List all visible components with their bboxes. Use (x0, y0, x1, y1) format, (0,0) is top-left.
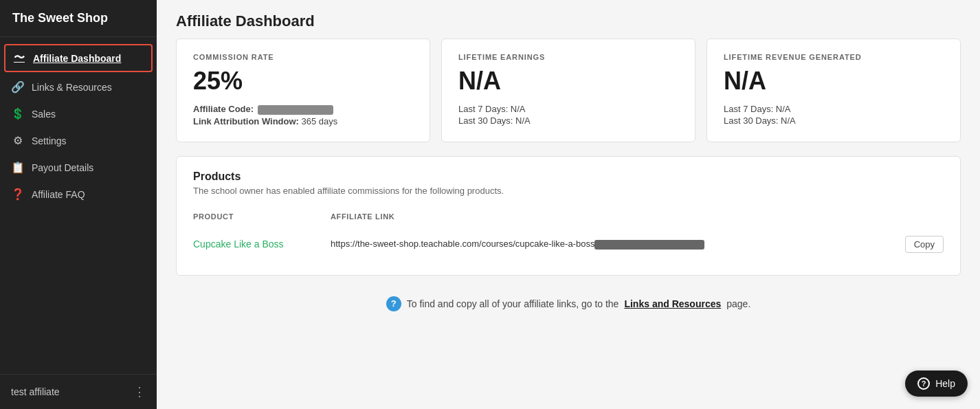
products-title: Products (193, 170, 944, 183)
lifetime-earnings-card: LIFETIME EARNINGS N/A Last 7 Days: N/A L… (441, 38, 695, 142)
affiliate-code-detail: Affiliate Code: (193, 104, 413, 115)
info-bar: ? To find and copy all of your affiliate… (176, 289, 961, 314)
page-header: Affiliate Dashboard (157, 0, 980, 38)
help-icon: ? (917, 377, 930, 390)
table-row: Cupcake Like a Boss https://the-sweet-sh… (193, 228, 944, 261)
lifetime-revenue-card: LIFETIME REVENUE GENERATED N/A Last 7 Da… (706, 38, 961, 142)
user-name: test affiliate (11, 386, 60, 397)
lifetime-earnings-value: N/A (458, 67, 678, 96)
url-redacted (594, 240, 704, 250)
link-attribution-detail: Link Attribution Window: 365 days (193, 116, 413, 126)
link-icon: 🔗 (11, 80, 25, 93)
revenue-last30: Last 30 Days: N/A (724, 115, 944, 126)
payout-icon: 📋 (11, 161, 25, 174)
faq-icon: ❓ (11, 188, 25, 201)
products-table: PRODUCT AFFILIATE LINK Cupcake Like a Bo… (193, 208, 944, 261)
info-text-after: page. (726, 298, 750, 309)
sidebar-item-label: Payout Details (32, 162, 93, 173)
page-title: Affiliate Dashboard (176, 12, 961, 30)
brand-name: The Sweet Shop (0, 0, 157, 37)
user-menu-button[interactable]: ⋮ (133, 384, 146, 399)
products-card: Products The school owner has enabled af… (176, 156, 961, 276)
main-content: Affiliate Dashboard COMMISSION RATE 25% … (157, 0, 980, 409)
sidebar-item-label: Affiliate Dashboard (33, 53, 121, 64)
sidebar-item-payout-details[interactable]: 📋 Payout Details (0, 154, 157, 181)
info-text-before: To find and copy all of your affiliate l… (407, 298, 619, 309)
affiliate-code-key: Affiliate Code: (193, 104, 254, 114)
sidebar-item-label: Links & Resources (32, 82, 112, 93)
links-resources-link[interactable]: Links and Resources (624, 298, 721, 309)
info-icon: ? (386, 296, 401, 311)
gear-icon: ⚙ (11, 134, 25, 147)
commission-rate-card: COMMISSION RATE 25% Affiliate Code: Link… (176, 38, 430, 142)
col-affiliate-link: AFFILIATE LINK (331, 208, 944, 228)
help-label: Help (935, 378, 955, 389)
sidebar-item-affiliate-faq[interactable]: ❓ Affiliate FAQ (0, 181, 157, 208)
products-subtitle: The school owner has enabled affiliate c… (193, 186, 944, 196)
lifetime-revenue-value: N/A (724, 67, 944, 96)
col-product: PRODUCT (193, 208, 331, 228)
dollar-icon: 💲 (11, 107, 25, 120)
sidebar-item-sales[interactable]: 💲 Sales (0, 100, 157, 127)
sidebar-item-links-resources[interactable]: 🔗 Links & Resources (0, 74, 157, 100)
sidebar-item-label: Settings (32, 135, 67, 146)
sidebar-footer: test affiliate ⋮ (0, 374, 157, 409)
trend-icon: 〜 (12, 51, 26, 65)
sidebar-nav: 〜 Affiliate Dashboard 🔗 Links & Resource… (0, 37, 157, 374)
main-body: COMMISSION RATE 25% Affiliate Code: Link… (157, 38, 980, 328)
affiliate-url-text: https://the-sweet-shop.teachable.com/cou… (331, 239, 704, 250)
sidebar-item-settings[interactable]: ⚙ Settings (0, 127, 157, 154)
sidebar: The Sweet Shop 〜 Affiliate Dashboard 🔗 L… (0, 0, 157, 409)
help-button[interactable]: ? Help (905, 371, 968, 397)
sidebar-item-label: Affiliate FAQ (32, 189, 85, 200)
link-attribution-value: 365 days (302, 116, 338, 126)
stats-row: COMMISSION RATE 25% Affiliate Code: Link… (176, 38, 961, 142)
earnings-last30: Last 30 Days: N/A (458, 115, 678, 126)
lifetime-earnings-label: LIFETIME EARNINGS (458, 53, 678, 61)
commission-rate-label: COMMISSION RATE (193, 53, 413, 61)
commission-rate-value: 25% (193, 67, 413, 96)
earnings-last7: Last 7 Days: N/A (458, 104, 678, 114)
link-attribution-key: Link Attribution Window: (193, 116, 299, 126)
affiliate-code-redacted (258, 105, 333, 115)
revenue-last7: Last 7 Days: N/A (724, 104, 944, 114)
lifetime-revenue-label: LIFETIME REVENUE GENERATED (724, 53, 944, 61)
product-name-link[interactable]: Cupcake Like a Boss (193, 239, 284, 250)
sidebar-item-affiliate-dashboard[interactable]: 〜 Affiliate Dashboard (4, 44, 153, 72)
affiliate-url-cell: https://the-sweet-shop.teachable.com/cou… (331, 236, 944, 253)
copy-button[interactable]: Copy (905, 236, 944, 253)
sidebar-item-label: Sales (32, 109, 56, 120)
